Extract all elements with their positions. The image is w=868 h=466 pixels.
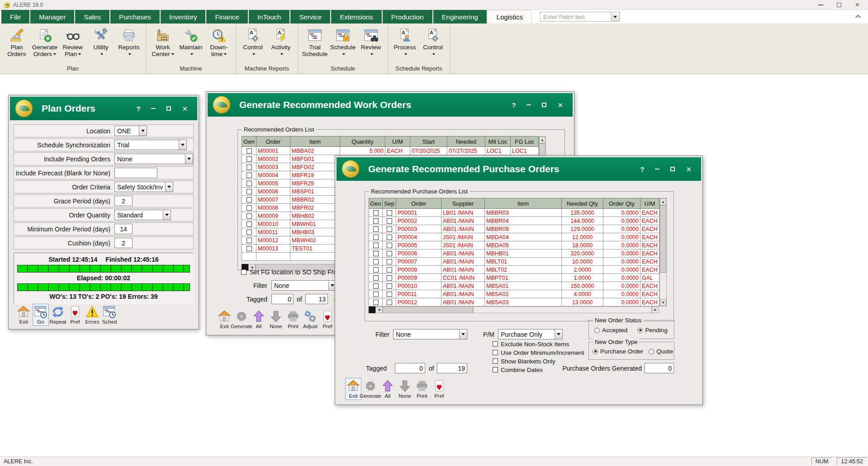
gen-checkbox[interactable] (373, 210, 379, 216)
dropdown-arrow-icon[interactable] (179, 140, 186, 150)
um-cell[interactable]: GAL (640, 274, 659, 282)
fetch-dropdown-icon[interactable] (611, 12, 619, 21)
item-cell[interactable]: MBHB02 (290, 212, 340, 220)
activity-button[interactable]: A Activity (267, 27, 295, 57)
table-row[interactable]: P00011 AB01 /MAIN MBSA02 4.0000 0.0000 E… (369, 290, 659, 298)
table-row[interactable]: P00004 JS01 /MAIN MBDA04 12.0000 0.0000 … (369, 233, 659, 241)
item-cell[interactable]: MBLT02 (485, 266, 562, 274)
order-cell[interactable]: M00009 (256, 212, 290, 220)
order-cell[interactable]: M00011 (256, 228, 290, 236)
um-cell[interactable]: EACH (640, 258, 659, 266)
supplier-cell[interactable]: AB01 /MAIN (441, 282, 485, 290)
order-cell[interactable]: P00012 (396, 298, 441, 306)
dialog-close-button[interactable]: ✕ (182, 105, 188, 112)
supplier-cell[interactable]: AB01 /MAIN (441, 217, 485, 225)
location-combobox[interactable]: ONE (114, 126, 147, 136)
pref-button[interactable]: Pref (320, 309, 335, 330)
sched-button[interactable]: Sched (102, 304, 117, 325)
tag-none-button[interactable]: None (268, 309, 284, 330)
machine-control-button[interactable]: A Control (239, 27, 267, 57)
order-qty-cell[interactable]: 0.0000 (603, 249, 640, 258)
fg-location-checkbox[interactable] (241, 269, 247, 275)
table-row[interactable]: P00012 AB01 /MAIN MBSA03 13.0000 0.0000 … (369, 298, 659, 306)
item-cell[interactable]: MBFR19 (290, 171, 340, 179)
filter-combobox[interactable]: None (271, 280, 337, 291)
sep-checkbox[interactable] (387, 235, 392, 240)
gen-checkbox-cell[interactable] (369, 290, 383, 298)
um-cell[interactable]: EACH (640, 225, 659, 233)
vertical-scrollbar[interactable]: ▲▼ (659, 198, 667, 306)
order-cell[interactable]: M00007 (256, 196, 290, 204)
ribbon-tab[interactable]: Engineering (433, 10, 487, 24)
gen-checkbox-cell[interactable] (242, 188, 256, 196)
supplier-cell[interactable]: CC01 /MAIN (441, 274, 485, 282)
item-cell[interactable]: MBBR02 (290, 196, 340, 204)
sep-checkbox[interactable] (387, 218, 392, 224)
gen-checkbox[interactable] (247, 205, 252, 211)
item-cell[interactable]: MBLT01 (485, 258, 562, 266)
order-quantity-combobox[interactable]: Standard (114, 210, 171, 220)
item-cell[interactable]: MBWH01 (290, 220, 340, 228)
grace-period-input[interactable]: 2 (114, 196, 133, 206)
item-cell[interactable]: MBFG01 (290, 155, 340, 163)
gen-checkbox[interactable] (247, 221, 252, 227)
dialog-minimize-button[interactable] (526, 104, 531, 105)
adjust-button[interactable]: Adjust (303, 309, 318, 330)
supplier-cell[interactable]: AB01 /MAIN (441, 225, 485, 233)
accepted-radio[interactable] (594, 328, 600, 333)
sep-checkbox[interactable] (387, 251, 392, 256)
schedule-review-button[interactable]: Review (357, 27, 385, 57)
pending-radio[interactable] (637, 328, 643, 333)
gen-checkbox-cell[interactable] (369, 258, 383, 266)
order-cell[interactable]: M00013 (256, 245, 290, 253)
gen-checkbox[interactable] (373, 259, 379, 264)
tag-none-button[interactable]: None (397, 378, 413, 400)
order-qty-cell[interactable]: 0.0000 (603, 290, 640, 298)
gen-checkbox[interactable] (247, 238, 252, 243)
schedule-control-button[interactable]: A Control (419, 27, 447, 57)
needed-qty-cell[interactable]: 18.0000 (562, 241, 603, 249)
table-row[interactable]: P00005 JS01 /MAIN MBDA05 18.0000 0.0000 … (369, 241, 659, 249)
gen-checkbox-cell[interactable] (242, 155, 256, 163)
order-cell[interactable]: M00010 (256, 220, 290, 228)
gen-checkbox[interactable] (247, 230, 252, 235)
gen-checkbox-cell[interactable] (242, 179, 256, 188)
um-cell[interactable]: EACH (640, 241, 659, 249)
order-cell[interactable]: P00011 (396, 290, 441, 298)
dialog-close-button[interactable]: ✕ (557, 102, 563, 108)
order-cell[interactable]: P00009 (396, 274, 441, 282)
sep-checkbox-cell[interactable] (383, 298, 396, 306)
item-cell[interactable]: MBBR03 (485, 209, 562, 217)
gen-checkbox-cell[interactable] (242, 204, 256, 212)
maintain-button[interactable]: Maintain (177, 27, 205, 57)
quote-radio[interactable] (649, 349, 654, 354)
dialog-maximize-button[interactable] (166, 106, 171, 111)
gen-checkbox-cell[interactable] (242, 147, 256, 155)
order-cell[interactable]: M00008 (256, 204, 290, 212)
plan-orders-dialog-header[interactable]: Plan Orders ? ✕ (10, 97, 197, 120)
order-qty-cell[interactable]: 0.0000 (603, 241, 640, 249)
table-row[interactable]: P00009 CC01 /MAIN MBPT01 1.0000 0.0000 G… (369, 274, 659, 282)
gen-checkbox-cell[interactable] (369, 249, 383, 258)
ribbon-tab[interactable]: Sales (75, 10, 109, 24)
print-button[interactable]: Print (285, 309, 301, 330)
needed-qty-cell[interactable]: 129.0000 (562, 225, 603, 233)
down-time-button[interactable]: Down- time (205, 27, 233, 57)
plan-orders-button[interactable]: Plan Orders (3, 27, 31, 57)
supplier-cell[interactable]: AB01 /MAIN (441, 290, 485, 298)
purchase-orders-dialog-header[interactable]: Generate Recommended Purchase Orders ? ✕ (337, 157, 701, 181)
ribbon-tab[interactable]: Manager (30, 10, 74, 24)
order-qty-cell[interactable]: 0.0000 (603, 274, 640, 282)
tag-all-button[interactable]: All (380, 378, 395, 400)
ribbon-tab[interactable]: Extensions (331, 10, 381, 24)
needed-qty-cell[interactable]: 144.0000 (562, 217, 603, 225)
fg-location-option[interactable]: Set FG location to SO Ship From lo (241, 268, 349, 276)
gen-checkbox[interactable] (373, 300, 379, 305)
gen-checkbox[interactable] (373, 251, 379, 256)
gen-checkbox-cell[interactable] (369, 241, 383, 249)
needed-qty-cell[interactable]: 4.0000 (562, 290, 603, 298)
gen-checkbox[interactable] (373, 275, 379, 281)
order-qty-cell[interactable]: 0.0000 (603, 258, 640, 266)
table-row[interactable]: P00001 LB01 /MAIN MBBR03 135.0000 0.0000… (369, 209, 659, 217)
sep-checkbox-cell[interactable] (383, 225, 396, 233)
